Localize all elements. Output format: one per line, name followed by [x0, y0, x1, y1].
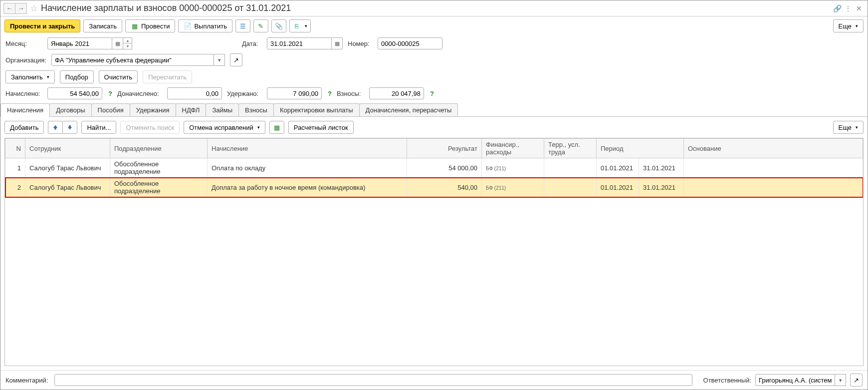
cell-period-from: 01.01.2021	[597, 158, 639, 178]
contrib-label: Взносы:	[337, 90, 364, 97]
copy-button[interactable]: ⎘ ▾	[289, 19, 311, 32]
nav-back-button[interactable]: ←	[3, 3, 15, 14]
org-input[interactable]	[51, 54, 214, 66]
kebab-icon[interactable]: ⋮	[843, 3, 854, 14]
number-input[interactable]	[378, 37, 442, 49]
tab-more-button[interactable]: Еще ▾	[833, 121, 864, 134]
favorite-icon[interactable]: ☆	[30, 3, 38, 14]
col-base[interactable]: Основание	[684, 139, 863, 158]
responsible-label: Ответственный:	[696, 377, 751, 384]
month-up-button[interactable]: ▴	[123, 37, 132, 43]
col-n[interactable]: N	[5, 139, 25, 158]
move-down-button[interactable]	[62, 121, 77, 134]
tab-1[interactable]: Договоры	[49, 103, 91, 116]
col-employee[interactable]: Сотрудник	[25, 139, 110, 158]
arrow-down-icon	[66, 124, 73, 131]
find-button[interactable]: Найти...	[81, 121, 116, 134]
table-row[interactable]: 2Салогуб Тарас ЛьвовичОбособленное подра…	[5, 178, 863, 197]
link-icon[interactable]: 🔗	[832, 3, 843, 14]
fill-button[interactable]: Заполнить ▾	[5, 70, 55, 83]
help-icon[interactable]: ?	[328, 90, 332, 97]
cell-period-to: 31.01.2021	[639, 158, 684, 178]
cell-accrual: Доплата за работу в ночное время (команд…	[208, 178, 407, 197]
attach-button[interactable]: 📎	[271, 19, 286, 32]
move-up-button[interactable]	[48, 121, 63, 134]
tab-7[interactable]: Корректировки выплаты	[273, 103, 360, 116]
comment-input[interactable]	[54, 374, 692, 386]
post-and-close-button[interactable]: Провести и закрыть	[4, 19, 80, 32]
payslip-button[interactable]: Расчетный листок	[288, 121, 354, 134]
pay-button[interactable]: 📄 Выплатить	[178, 19, 232, 32]
col-terr[interactable]: Терр., усл. труда	[544, 139, 597, 158]
calendar-icon[interactable]: ▦	[332, 37, 343, 49]
chevron-down-icon[interactable]: ▾	[214, 54, 225, 66]
open-icon: ↗	[854, 377, 859, 384]
cell-terr	[544, 178, 597, 197]
col-result[interactable]: Результат	[407, 139, 482, 158]
tab-0[interactable]: Начисления	[0, 103, 50, 116]
tab-3[interactable]: Удержания	[130, 103, 176, 116]
clear-button[interactable]: Очистить	[99, 70, 138, 83]
col-accrual[interactable]: Начисление	[208, 139, 407, 158]
cell-period-from: 01.01.2021	[597, 178, 639, 197]
month-down-button[interactable]: ▾	[123, 43, 132, 49]
cell-department: Обособленное подразделение	[110, 158, 208, 178]
tab-2[interactable]: Пособия	[91, 103, 130, 116]
more-button[interactable]: Еще ▾	[833, 19, 864, 32]
chevron-down-icon[interactable]: ▾	[835, 374, 846, 386]
write-button[interactable]: Записать	[83, 19, 122, 32]
cell-finance: БФ (211)	[482, 178, 544, 197]
cancel-fixes-button[interactable]: Отмена исправлений ▾	[184, 121, 265, 134]
cell-n: 2	[5, 178, 25, 197]
cell-department: Обособленное подразделение	[110, 178, 208, 197]
comment-label: Комментарий:	[5, 377, 50, 384]
chevron-down-icon: ▾	[47, 74, 49, 79]
cancel-fixes-label: Отмена исправлений	[189, 124, 253, 131]
help-icon[interactable]: ?	[108, 90, 112, 97]
col-department[interactable]: Подразделение	[110, 139, 208, 158]
tab-8[interactable]: Доначисления, перерасчеты	[359, 103, 458, 116]
extra-input[interactable]	[167, 87, 222, 99]
copy-icon: ⎘	[293, 22, 301, 30]
tab-5[interactable]: Займы	[206, 103, 239, 116]
tab-4[interactable]: НДФЛ	[176, 103, 207, 116]
add-button[interactable]: Добавить	[4, 121, 44, 134]
responsible-input[interactable]	[755, 374, 835, 386]
paperclip-icon: 📎	[275, 22, 283, 30]
cell-accrual: Оплата по окладу	[208, 158, 407, 178]
col-period[interactable]: Период	[597, 139, 684, 158]
calendar-icon[interactable]: ▦	[112, 37, 123, 49]
post-button[interactable]: ▦ Провести	[125, 19, 176, 32]
table-row[interactable]: 1Салогуб Тарас ЛьвовичОбособленное подра…	[5, 158, 863, 178]
org-open-button[interactable]: ↗	[230, 53, 242, 66]
responsible-open-button[interactable]: ↗	[850, 374, 863, 387]
pick-button[interactable]: Подбор	[60, 70, 94, 83]
contrib-input[interactable]	[369, 87, 424, 99]
cell-result: 54 000,00	[407, 158, 482, 178]
open-icon: ↗	[233, 56, 239, 64]
number-label: Номер:	[348, 40, 373, 47]
fill-label: Заполнить	[11, 73, 43, 81]
more-label: Еще	[839, 22, 852, 30]
edit-button[interactable]: ✎	[253, 19, 268, 32]
post-label: Провести	[141, 22, 170, 30]
month-input[interactable]	[47, 37, 112, 49]
pencil-icon: ✎	[257, 22, 265, 30]
grid-icon: ▦	[273, 123, 281, 131]
close-icon[interactable]: ✕	[854, 3, 865, 14]
structure-button[interactable]: ☰	[235, 19, 250, 32]
cancel-search-button: Отменить поиск	[120, 121, 180, 134]
accrued-input[interactable]	[47, 87, 102, 99]
pay-label: Выплатить	[194, 22, 227, 30]
withheld-input[interactable]	[267, 87, 322, 99]
date-input[interactable]	[267, 37, 332, 49]
cell-base	[684, 178, 863, 197]
nav-forward-button[interactable]: →	[15, 3, 27, 14]
tab-more-label: Еще	[839, 124, 852, 131]
grid-button[interactable]: ▦	[269, 121, 284, 134]
col-finance[interactable]: Финансир., расходы	[482, 139, 544, 158]
help-icon[interactable]: ?	[430, 90, 434, 97]
recalc-button: Пересчитать	[143, 70, 192, 83]
structure-icon: ☰	[239, 22, 247, 30]
tab-6[interactable]: Взносы	[238, 103, 274, 116]
